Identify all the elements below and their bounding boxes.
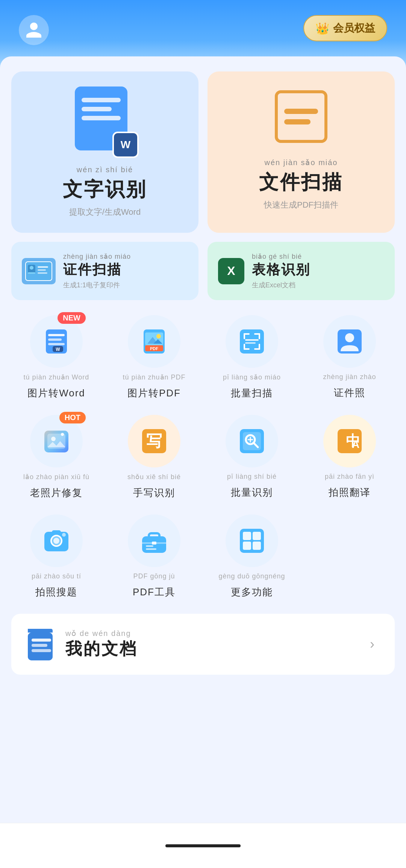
svg-text:写: 写 [146, 432, 162, 450]
svg-rect-20 [240, 329, 264, 354]
feature3-pinyin: pī liàng sǎo miáo [223, 373, 281, 381]
hot-badge: HOT [59, 412, 86, 423]
svg-rect-10 [48, 343, 65, 345]
text-recognition-icon: W [75, 86, 135, 154]
camera-icon [41, 526, 71, 556]
feature-pdf-tools[interactable]: PDF gōng jù PDF工具 [109, 514, 199, 599]
svg-rect-60 [146, 548, 156, 550]
home-indicator [165, 844, 241, 847]
feature8-label: 拍照翻译 [329, 486, 371, 499]
empty-slot [304, 514, 395, 599]
feature11-pinyin: gèng duō gōngnéng [218, 572, 285, 580]
feature-photo-restore[interactable]: HOT [11, 415, 102, 499]
svg-point-54 [62, 533, 66, 537]
mydocs-title: 我的文档 [65, 638, 356, 660]
feature7-label: 批量识别 [231, 486, 273, 499]
img-to-word-icon-circle: NEW W [30, 315, 83, 368]
feature2-label: 图片转PDF [127, 387, 181, 400]
mydocs-pinyin: wǒ de wén dàng [65, 629, 356, 638]
id-photo-icon-circle [323, 315, 376, 368]
feature-batch-recognition[interactable]: pī liàng shí bié 批量识别 [207, 415, 297, 499]
feature-photo-translate[interactable]: 中 A pāi zhào fān yì 拍照翻译 [304, 415, 395, 499]
feature-photo-search[interactable]: pāi zhào sōu tí 拍照搜题 [11, 514, 102, 599]
id-scan-card[interactable]: zhèng jiàn sǎo miáo 证件扫描 生成1:1电子复印件 [11, 242, 198, 300]
feature6-pinyin: shǒu xiě shí bié [127, 473, 181, 481]
card4-title: 表格识别 [252, 261, 311, 279]
svg-rect-62 [243, 532, 251, 540]
card3-pinyin: zhèng jiàn sǎo miáo [63, 252, 131, 261]
feature-img-to-word[interactable]: NEW W tú piàn zhuǎn Word 图片转Word [11, 315, 102, 400]
excel-icon: X [218, 258, 244, 284]
svg-rect-70 [32, 649, 51, 652]
svg-rect-6 [38, 272, 47, 274]
text-recognition-card[interactable]: W wén zì shí bié 文字识别 提取文字/生成Word [11, 71, 198, 233]
svg-rect-24 [259, 333, 260, 339]
svg-rect-4 [38, 266, 48, 268]
svg-point-38 [61, 433, 64, 436]
vip-label: 会员权益 [333, 21, 375, 35]
photo-restore-icon [41, 426, 71, 456]
feature5-pinyin: lǎo zhào piàn xiū fù [23, 473, 89, 481]
photo-restore-icon-circle: HOT [30, 415, 83, 467]
word-doc-icon: W [41, 326, 71, 357]
svg-rect-3 [28, 272, 35, 274]
feature-handwriting[interactable]: 写 shǒu xiě shí bié 手写识别 [109, 415, 199, 499]
grid-icon [237, 526, 267, 556]
feature10-pinyin: PDF gōng jù [133, 572, 175, 580]
svg-point-17 [156, 334, 161, 338]
card2-pinyin: wén jiàn sǎo miáo [265, 158, 338, 167]
feature6-label: 手写识别 [133, 486, 175, 499]
card3-subtitle: 生成1:1电子复印件 [63, 281, 131, 290]
feature3-label: 批量扫描 [231, 387, 273, 400]
feature9-label: 拍照搜题 [35, 586, 77, 599]
feature4-label: 证件照 [334, 386, 365, 399]
photo-translate-icon: 中 A [335, 426, 365, 456]
svg-rect-64 [243, 542, 251, 550]
feature9-pinyin: pāi zhào sōu tí [32, 572, 81, 580]
feature-id-photo[interactable]: zhèng jiàn zhào 证件照 [304, 315, 395, 400]
svg-rect-69 [32, 644, 47, 647]
svg-rect-58 [152, 542, 156, 545]
vip-button[interactable]: 👑 会员权益 [303, 15, 387, 41]
feature10-label: PDF工具 [133, 586, 176, 599]
svg-text:A: A [352, 439, 359, 450]
feature-batch-scan[interactable]: pī liàng sǎo miáo 批量扫描 [207, 315, 297, 400]
table-recognition-card[interactable]: X biǎo gé shí bié 表格识别 生成Excel文档 [208, 242, 395, 300]
svg-rect-22 [244, 333, 245, 339]
bottom-cards-row: zhèng jiàn sǎo miáo 证件扫描 生成1:1电子复印件 X bi… [11, 242, 395, 300]
briefcase-icon [139, 526, 169, 556]
card2-subtitle: 快速生成PDF扫描件 [264, 199, 338, 211]
svg-point-32 [345, 333, 354, 342]
more-functions-icon-circle [226, 514, 278, 567]
card4-pinyin: biǎo gé shí bié [252, 252, 311, 261]
feature1-label: 图片转Word [27, 387, 85, 400]
svg-point-36 [51, 437, 56, 441]
main-content: W wén zì shí bié 文字识别 提取文字/生成Word [0, 56, 406, 697]
photo-translate-icon-circle: 中 A [323, 415, 376, 467]
file-scan-card[interactable]: wén jiàn sǎo miáo 文件扫描 快速生成PDF扫描件 [208, 71, 395, 233]
card1-pinyin: wén zì shí bié [77, 165, 133, 174]
pdf-doc-icon: PDF [139, 326, 169, 357]
my-docs-section[interactable]: wǒ de wén dàng 我的文档 › [11, 614, 395, 675]
card1-subtitle: 提取文字/生成Word [69, 206, 141, 218]
id-scan-icon [22, 258, 56, 284]
svg-rect-63 [253, 532, 261, 540]
batch-recognition-icon [237, 426, 267, 456]
file-scan-icon [271, 86, 331, 147]
svg-rect-28 [259, 344, 260, 350]
svg-rect-65 [253, 542, 261, 550]
batch-recognition-icon-circle [226, 415, 278, 467]
svg-rect-68 [32, 639, 51, 642]
feature8-pinyin: pāi zhào fān yì [325, 473, 374, 481]
feature-more[interactable]: gèng duō gōngnéng 更多功能 [207, 514, 297, 599]
feature11-label: 更多功能 [231, 586, 273, 599]
svg-rect-8 [48, 334, 65, 336]
feature-img-to-pdf[interactable]: PDF tú piàn zhuǎn PDF 图片转PDF [109, 315, 199, 400]
svg-point-52 [53, 538, 59, 544]
bottom-nav [0, 823, 406, 868]
svg-rect-59 [146, 545, 153, 547]
feature7-pinyin: pī liàng shí bié [227, 473, 277, 481]
batch-scan-icon-circle [226, 315, 278, 368]
id-photo-icon [335, 326, 365, 357]
avatar[interactable] [19, 15, 49, 45]
